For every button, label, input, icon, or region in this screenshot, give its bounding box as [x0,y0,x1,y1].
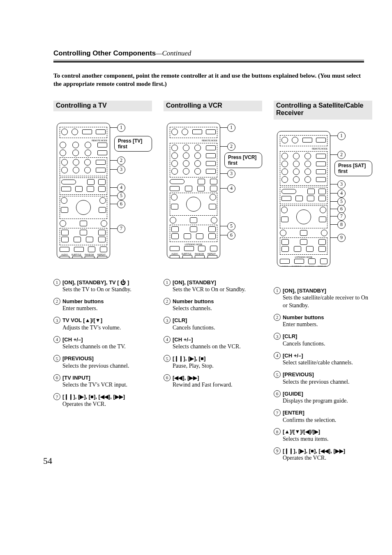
definition-marker: 1 [274,287,283,310]
press-first-sat: Press [SAT] first [334,161,372,177]
definition-marker: 5 [164,355,173,370]
definition-body: Number buttonsEnter numbers. [62,298,152,313]
remote-diagram-tv: REMOTE MODE [53,119,152,275]
callout-6: 6 [227,231,235,240]
callout-4: 4 [337,189,346,198]
column-vcr: Controlling a VCR REMOTE MODE [164,101,262,394]
definition-marker: 9 [274,447,283,462]
definition-title: [❙❙], [▶], [■], [◀◀], [▶▶] [62,393,152,401]
definition-marker: 4 [274,352,283,367]
definition-item: 3TV VOL [▲]/[▼]Adjusts the TV's volume. [53,317,152,332]
definition-list-tv: 1[ON], [STANDBY], TV [ ⏻ ]Sets the TV to… [53,279,152,408]
remote-outline: REMOTE MODE [167,123,220,258]
callout-5: 5 [227,222,235,230]
definition-marker: 6 [53,374,62,389]
definition-item: 4[CH +/–]Select satellite/cable channels… [274,352,372,367]
definition-body: [CH +/–]Selects channels on the TV. [62,336,152,351]
remote-diagram-vcr: REMOTE MODE [164,119,262,275]
callout-2: 2 [227,143,235,151]
rule [53,60,364,60]
definition-title: [TV INPUT] [62,374,152,382]
definition-body: [ON], [STANDBY], TV [ ⏻ ]Sets the TV to … [62,279,152,294]
definition-title: [❙❙], [▶], [■] [173,355,262,362]
definition-desc: Selects menu items. [283,435,372,443]
definition-marker: 1 [53,279,62,294]
press-first-vcr: Press [VCR] first [224,152,262,168]
definition-item: 9[❙❙], [▶], [■], [◀◀], [▶▶]Operates the … [274,447,372,462]
column-sat: Controlling a Satellite/Cable Receiver R… [274,101,372,467]
definition-item: 8[▲]/[▼]/[◀]/[▶]Selects menu items. [274,428,372,443]
definition-desc: Enter numbers. [283,321,372,329]
callout-2: 2 [337,151,346,159]
column-tv: Controlling a TV REMOTE MODE [53,101,152,412]
definition-marker: 2 [164,298,173,313]
definition-marker: 7 [53,393,62,408]
definition-body: Number buttonsSelects channels. [173,298,262,313]
column-heading: Controlling a Satellite/Cable Receiver [274,101,372,120]
definition-title: [CH +/–] [173,336,262,343]
definition-item: 5[PREVIOUS]Selects the previous channel. [53,355,152,370]
callout-1: 1 [337,132,346,140]
definition-item: 6[TV INPUT]Selects the TV's VCR input. [53,374,152,389]
definition-title: [ON], [STANDBY] [173,279,262,286]
definition-marker: 2 [53,298,62,313]
definition-body: [ON], [STANDBY]Sets the satellite/cable … [283,287,372,310]
definition-body: [CLR]Cancels functions. [283,333,372,348]
column-heading: Controlling a VCR [164,101,262,111]
definition-marker: 3 [164,317,173,332]
definition-desc: Select satellite/cable channels. [283,359,372,367]
definition-body: [◀◀], [▶▶]Rewind and Fast forward. [173,374,262,389]
definition-item: 5[❙❙], [▶], [■]Pause, Play, Stop. [164,355,262,370]
definition-desc: Operates the VCR. [62,401,152,408]
definition-desc: Cancels functions. [173,324,262,332]
definition-marker: 1 [164,279,173,294]
definition-title: [CH +/–] [62,336,152,343]
definition-list-vcr: 1[ON], [STANDBY]Sets the VCR to On or St… [164,279,262,389]
definition-body: TV VOL [▲]/[▼]Adjusts the TV's volume. [62,317,152,332]
definition-body: [❙❙], [▶], [■], [◀◀], [▶▶]Operates the V… [283,447,372,462]
definition-body: [PREVIOUS]Selects the previous channel. [62,355,152,370]
columns: Controlling a TV REMOTE MODE [53,101,364,467]
intro-text: To control another component, point the … [53,71,364,88]
definition-marker: 4 [164,336,173,351]
definition-desc: Pause, Play, Stop. [173,362,262,370]
definition-title: [CLR] [283,333,372,340]
definition-item: 5[PREVIOUS]Selects the previous channel. [274,371,372,386]
definition-body: [ON], [STANDBY]Sets the VCR to On or Sta… [173,279,262,294]
definition-body: [CLR]Cancels functions. [173,317,262,332]
definition-marker: 2 [274,314,283,329]
callout-6: 6 [117,200,125,208]
definition-item: 7[❙❙], [▶], [■], [◀◀], [▶▶]Operates the … [53,393,152,408]
definition-desc: Selects the TV's VCR input. [62,381,152,389]
definition-body: Number buttonsEnter numbers. [283,314,372,329]
definition-desc: Selects channels. [173,305,262,313]
definition-desc: Sets the TV to On or Standby. [62,286,152,294]
page-number: 54 [43,456,52,466]
callout-5: 5 [337,198,346,206]
definition-title: [PREVIOUS] [62,355,152,362]
callout-9: 9 [337,234,346,242]
callout-5: 5 [117,192,125,200]
definition-item: 1[ON], [STANDBY]Sets the satellite/cable… [274,287,372,310]
remote-outline: REMOTE MODE [57,123,110,258]
remote-diagram-sat: REMOTE MODE [274,127,372,283]
definition-title: Number buttons [62,298,152,305]
callout-4: 4 [227,184,235,193]
definition-body: [CH +/–]Selects channels on the VCR. [173,336,262,351]
column-heading: Controlling a TV [53,101,152,111]
definition-desc: Operates the VCR. [283,454,372,462]
definition-title: [ON], [STANDBY], TV [ ⏻ ] [62,279,152,286]
definition-title: [PREVIOUS] [283,371,372,378]
definition-body: [❙❙], [▶], [■]Pause, Play, Stop. [173,355,262,370]
section-continued: —Continued [156,49,191,57]
definition-body: [TV INPUT]Selects the TV's VCR input. [62,374,152,389]
definition-desc: Enter numbers. [62,305,152,313]
rule [53,61,364,62]
definition-item: 6[◀◀], [▶▶]Rewind and Fast forward. [164,374,262,389]
callout-8: 8 [337,221,346,229]
definition-body: [ENTER]Confirms the selection. [283,409,372,424]
section-title: Controlling Other Components [53,49,156,57]
definition-item: 7[ENTER]Confirms the selection. [274,409,372,424]
definition-item: 3[CLR]Cancels functions. [274,333,372,348]
definition-desc: Selects channels on the VCR. [173,343,262,351]
